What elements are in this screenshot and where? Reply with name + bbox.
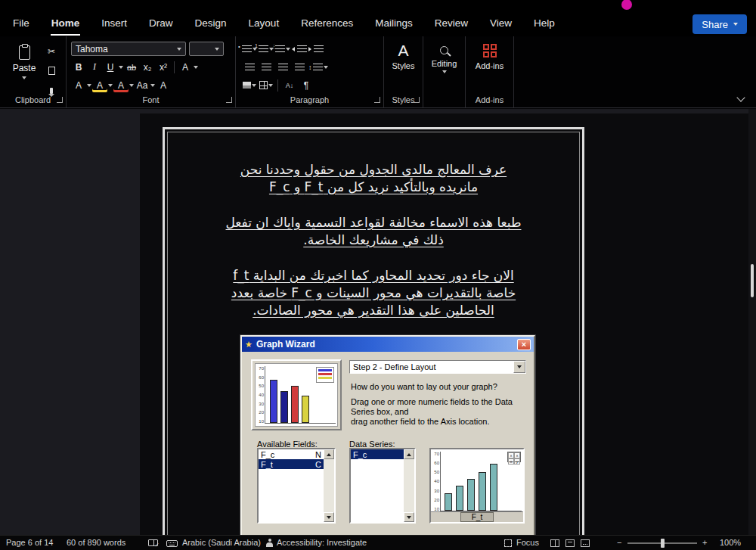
zoom-level[interactable]: 100% (720, 538, 741, 547)
field-type: C (315, 460, 321, 469)
vertical-scrollbar[interactable] (748, 109, 756, 535)
clear-formatting-button[interactable]: A (156, 78, 171, 92)
clipboard-dialog-launcher[interactable] (57, 97, 63, 103)
text-effects-button[interactable]: A (178, 60, 193, 74)
chevron-down-icon[interactable] (129, 84, 134, 87)
web-layout-icon[interactable] (581, 539, 590, 547)
page-number-status[interactable]: Page 6 of 14 (6, 538, 53, 547)
paragraph: عرف المعالج مالدى الجدول من حقول وحددنا … (195, 161, 552, 196)
paste-icon (19, 45, 30, 60)
strikethrough-button[interactable]: ab (124, 60, 139, 74)
zoom-slider-thumb[interactable] (661, 539, 665, 548)
presence-avatar[interactable] (621, 0, 632, 10)
copy-button[interactable] (44, 64, 59, 78)
tab-layout[interactable]: Layout (248, 15, 280, 36)
tab-insert[interactable]: Insert (101, 15, 128, 36)
borders-button[interactable] (259, 78, 274, 92)
editing-button[interactable]: Editing (423, 42, 465, 73)
word-count-status[interactable]: 60 of 890 words (67, 538, 125, 547)
read-mode-icon[interactable] (550, 539, 559, 547)
align-right-icon (245, 64, 255, 70)
lines-icon (314, 45, 324, 52)
share-button[interactable]: Share (692, 14, 747, 34)
paste-button[interactable]: Paste (9, 42, 39, 97)
paste-label: Paste (13, 63, 36, 73)
text-highlight-color-button[interactable]: A (92, 78, 107, 92)
field-type: N (315, 450, 321, 459)
tab-mailings[interactable]: Mailings (374, 15, 414, 36)
change-case-button[interactable]: Aa (135, 78, 150, 92)
styles-button[interactable]: A Styles (384, 42, 423, 70)
text-line: خاصة بالتقديرات هي محور السينات و F_c خا… (195, 284, 552, 302)
tab-help[interactable]: Help (533, 15, 556, 36)
tab-references[interactable]: References (300, 15, 354, 36)
subscript-button[interactable]: x₂ (140, 60, 155, 74)
decrease-indent-button[interactable] (292, 42, 307, 56)
chevron-down-icon[interactable] (87, 84, 91, 87)
justify-button[interactable] (292, 60, 307, 74)
wizard-question: How do you want to lay out your graph? (351, 382, 528, 391)
scrollbar-thumb[interactable] (751, 264, 754, 297)
show-hide-pilcrow-button[interactable]: ¶ (299, 78, 314, 92)
align-left-button[interactable] (275, 60, 290, 74)
addins-button[interactable]: Add-ins (466, 42, 513, 70)
font-name-combobox[interactable]: Tahoma (71, 42, 186, 56)
document-page[interactable]: عرف المعالج مالدى الجدول من حقول وحددنا … (140, 113, 748, 535)
paragraph-dialog-launcher[interactable] (374, 97, 380, 103)
proofing-icon[interactable] (148, 539, 158, 546)
collapse-ribbon-button[interactable] (736, 93, 745, 101)
font-dialog-launcher[interactable] (226, 97, 232, 103)
lines-icon (297, 45, 307, 52)
tab-home[interactable]: Home (51, 15, 81, 36)
underline-button[interactable]: U (103, 60, 118, 74)
series-row-selected: F_c (351, 449, 404, 459)
font-size-combobox[interactable] (189, 42, 224, 56)
multilevel-list-button[interactable] (275, 42, 290, 56)
sort-button[interactable]: A↓ (282, 78, 297, 92)
justify-icon (295, 64, 305, 70)
graph-wizard-icon: ★ (245, 340, 253, 349)
print-layout-icon[interactable] (565, 539, 575, 547)
chevron-down-icon[interactable] (194, 66, 198, 69)
scroll-down-icon (324, 512, 334, 522)
wizard-right-chart-preview: 70605040302010 xxxy F_t (429, 448, 525, 524)
accessibility-status[interactable]: Accessibility: Investigate (277, 538, 367, 547)
zoom-slider[interactable] (627, 542, 697, 544)
numbered-list-icon (259, 45, 268, 52)
chevron-down-icon[interactable] (150, 84, 155, 87)
align-right-button[interactable] (242, 60, 257, 74)
line-spacing-button[interactable]: ↕ (308, 60, 328, 74)
text-effects-styles-button[interactable]: A (71, 78, 86, 92)
font-name-value: Tahoma (76, 44, 108, 54)
styles-dialog-launcher[interactable] (414, 97, 420, 103)
tab-design[interactable]: Design (194, 15, 228, 36)
wizard-left-chart-preview: 70605040302010 (251, 359, 342, 430)
chevron-down-icon[interactable] (108, 84, 113, 87)
text-line: عرف المعالج مالدى الجدول من حقول وحددنا … (195, 161, 552, 179)
wizard-instruction: Drag one or more numeric fields to the D… (351, 397, 528, 427)
graph-wizard-image[interactable]: ★ Graph Wizard × 70605040302010 Step 2 -… (240, 335, 535, 535)
increase-indent-button[interactable] (308, 42, 324, 56)
zoom-out-button[interactable]: − (617, 538, 621, 547)
chevron-down-icon[interactable] (119, 66, 123, 69)
shading-button[interactable] (242, 78, 257, 92)
zoom-in-button[interactable]: + (702, 538, 707, 547)
wizard-step-value: Step 2 - Define Layout (350, 362, 513, 371)
chevron-down-icon (252, 84, 256, 87)
cut-button[interactable]: ✂ (44, 44, 59, 58)
tab-file[interactable]: File (12, 15, 30, 36)
chevron-down-icon (733, 23, 738, 26)
addins-group: Add-ins Add-ins (466, 36, 514, 107)
instruction-line: Drag one or more numeric fields to the D… (351, 397, 528, 417)
font-color-button[interactable]: A (113, 78, 129, 92)
tab-review[interactable]: Review (434, 15, 469, 36)
tab-draw[interactable]: Draw (148, 15, 174, 36)
language-status[interactable]: Arabic (Saudi Arabia) (182, 538, 261, 547)
divider (277, 79, 278, 92)
tab-view[interactable]: View (489, 15, 513, 36)
italic-button[interactable]: I (87, 60, 102, 74)
align-center-button[interactable] (259, 60, 274, 74)
superscript-button[interactable]: x² (156, 60, 171, 74)
focus-button[interactable]: Focus (516, 538, 539, 547)
bold-button[interactable]: B (71, 60, 86, 74)
